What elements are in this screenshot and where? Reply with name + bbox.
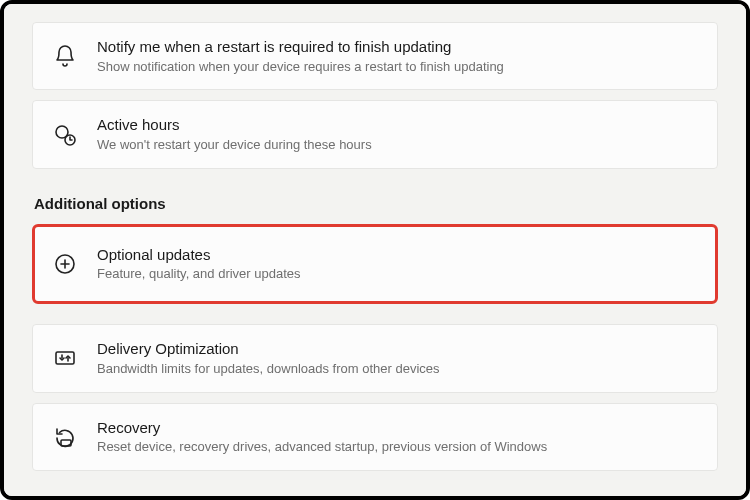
option-title: Optional updates	[97, 245, 301, 265]
option-text: Active hours We won't restart your devic…	[97, 115, 372, 153]
bell-icon	[51, 42, 79, 70]
active-hours-icon	[51, 121, 79, 149]
plus-circle-icon	[51, 250, 79, 278]
option-subtitle: Bandwidth limits for updates, downloads …	[97, 361, 440, 378]
option-title: Notify me when a restart is required to …	[97, 37, 504, 57]
option-text: Notify me when a restart is required to …	[97, 37, 504, 75]
svg-rect-5	[56, 352, 74, 364]
option-text: Delivery Optimization Bandwidth limits f…	[97, 339, 440, 377]
option-text: Optional updates Feature, quality, and d…	[97, 245, 301, 283]
option-notify-restart[interactable]: Notify me when a restart is required to …	[32, 22, 718, 90]
delivery-optimization-icon	[51, 344, 79, 372]
option-title: Delivery Optimization	[97, 339, 440, 359]
option-optional-updates[interactable]: Optional updates Feature, quality, and d…	[32, 224, 718, 304]
section-header-additional: Additional options	[34, 195, 718, 212]
option-title: Active hours	[97, 115, 372, 135]
option-title: Recovery	[97, 418, 547, 438]
option-recovery[interactable]: Recovery Reset device, recovery drives, …	[32, 403, 718, 471]
option-subtitle: We won't restart your device during thes…	[97, 137, 372, 154]
recovery-icon	[51, 423, 79, 451]
option-subtitle: Show notification when your device requi…	[97, 59, 504, 76]
option-text: Recovery Reset device, recovery drives, …	[97, 418, 547, 456]
settings-panel: Notify me when a restart is required to …	[4, 4, 746, 496]
option-active-hours[interactable]: Active hours We won't restart your devic…	[32, 100, 718, 168]
option-subtitle: Reset device, recovery drives, advanced …	[97, 439, 547, 456]
option-delivery-optimization[interactable]: Delivery Optimization Bandwidth limits f…	[32, 324, 718, 392]
option-subtitle: Feature, quality, and driver updates	[97, 266, 301, 283]
